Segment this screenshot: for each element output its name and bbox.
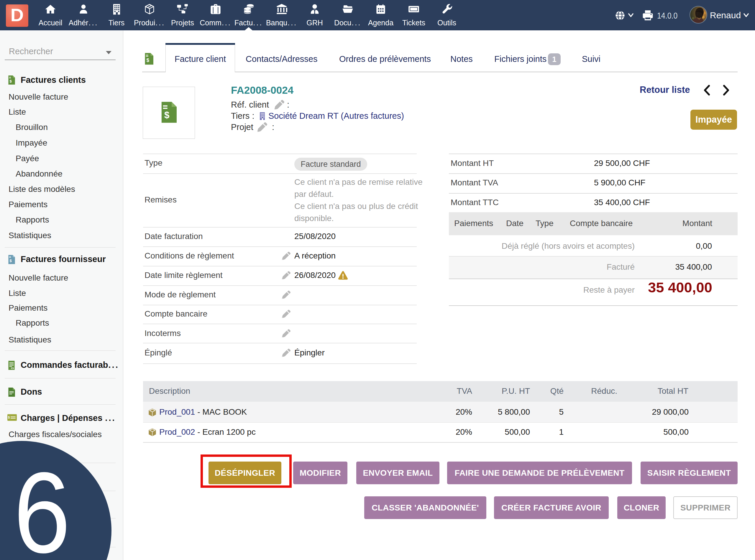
svg-text:$: $ bbox=[164, 110, 169, 120]
svg-text:$: $ bbox=[9, 79, 12, 83]
svg-text:$: $ bbox=[146, 58, 149, 63]
svg-text:$: $ bbox=[8, 416, 10, 419]
svg-text:$: $ bbox=[9, 259, 12, 263]
